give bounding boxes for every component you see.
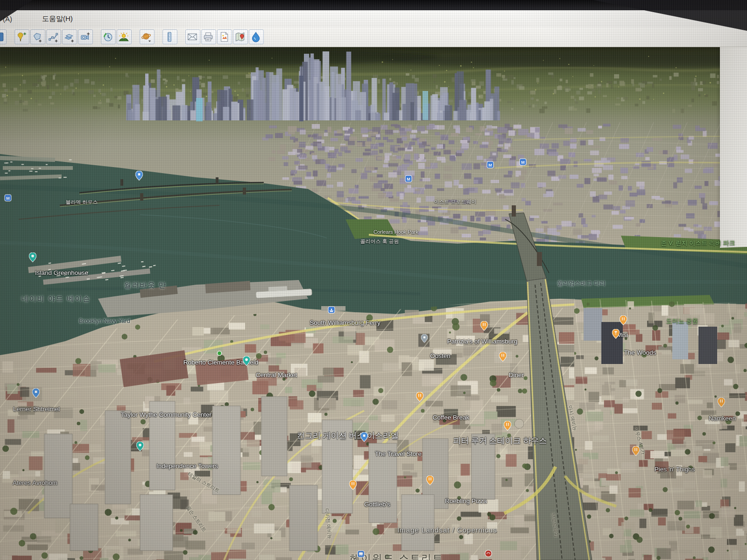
place-pin-icon[interactable] — [421, 334, 428, 345]
restaurant-pin-icon[interactable] — [620, 315, 627, 327]
attraction-pin-icon[interactable] — [136, 441, 144, 453]
svg-text:M: M — [407, 177, 410, 182]
map-label[interactable]: Central Market — [256, 371, 297, 378]
transit-station-icon[interactable] — [485, 550, 493, 560]
map-label[interactable]: 윌리엄스버그 다리 — [557, 280, 605, 287]
imagery-attribution: Image Landsat / Copernicus — [397, 526, 497, 534]
attraction-pin-icon[interactable] — [29, 252, 37, 264]
map-label[interactable]: Brooklyn Navy Yard — [79, 318, 130, 324]
subway-station-icon[interactable]: M — [4, 194, 12, 203]
map-label[interactable]: Ateres Avrohom — [13, 479, 57, 486]
add-placemark-button[interactable] — [14, 29, 29, 44]
map-label[interactable]: Gottlieb's — [364, 501, 390, 508]
restaurant-pin-icon[interactable] — [426, 476, 434, 487]
map-label[interactable]: Lerner Shtreimel — [13, 406, 60, 413]
map-label[interactable]: 이스트 브로드웨이 — [434, 198, 476, 205]
print-icon — [203, 31, 214, 42]
shop-pin-icon[interactable] — [32, 388, 40, 400]
svg-text:M: M — [6, 196, 10, 201]
add-polygon-button[interactable] — [30, 29, 45, 44]
restaurant-pin-icon[interactable] — [718, 398, 726, 409]
map-label[interactable]: Namkeen — [709, 415, 736, 422]
subway-station-icon[interactable]: M — [486, 161, 494, 170]
svg-text:M: M — [488, 163, 492, 168]
map-label[interactable]: Patrizia's of Williamsburg — [447, 338, 517, 345]
restaurant-pin-icon[interactable] — [480, 321, 488, 333]
satellite-imagery — [0, 47, 747, 560]
map-label[interactable]: Taylor Wythe Community Center — [121, 411, 211, 418]
svg-text:M: M — [521, 160, 525, 165]
add-placemark-icon — [16, 31, 27, 42]
record-tour-button[interactable] — [78, 29, 93, 44]
subway-station-icon[interactable]: M — [519, 158, 527, 168]
map-label[interactable]: Independence Towers — [156, 462, 218, 469]
map-label[interactable]: 존 V. 린지 이스트 리버 파크 — [661, 239, 735, 247]
app-side-area — [720, 28, 747, 248]
save-image-icon — [218, 31, 230, 42]
map-label[interactable]: 콜리어스 훅 공원 — [360, 238, 399, 245]
view-in-google-maps-icon — [234, 31, 246, 42]
map-label[interactable]: The Travel Store — [375, 450, 422, 457]
record-tour-icon — [79, 31, 91, 42]
add-image-overlay-button[interactable] — [62, 29, 77, 44]
view-in-google-maps-button[interactable] — [233, 29, 248, 44]
add-path-icon — [48, 31, 59, 42]
map-label[interactable]: Pies 'n' Thighs — [655, 466, 695, 473]
map-label[interactable]: Oosten — [430, 352, 451, 359]
restaurant-pin-icon[interactable] — [416, 392, 424, 404]
add-polygon-icon — [32, 31, 43, 42]
historical-imagery-button[interactable] — [101, 29, 116, 44]
menu-bar: (A) 도움말(H) — [0, 10, 747, 27]
earth-3d-viewport[interactable] — [0, 47, 747, 560]
sidebar-toggle-button[interactable] — [0, 29, 7, 44]
map-label[interactable]: Island Greenhouse — [35, 269, 88, 276]
add-path-button[interactable] — [46, 29, 61, 44]
map-label[interactable]: Diner — [509, 371, 524, 378]
map-label[interactable]: Coffee Break — [433, 414, 470, 421]
ruler-icon — [164, 31, 175, 42]
email-button[interactable] — [185, 29, 200, 44]
save-image-button[interactable] — [217, 29, 232, 44]
toolbar — [0, 27, 747, 47]
map-label[interactable]: 피터 루거 스테이크 하우스 — [453, 435, 547, 446]
sunlight-button[interactable] — [117, 29, 132, 44]
map-label[interactable]: South Williamsburg Ferry — [310, 319, 381, 326]
email-icon — [187, 31, 198, 42]
planets-icon — [141, 31, 152, 42]
sidebar-toggle-icon — [0, 31, 4, 42]
restaurant-pin-icon[interactable] — [349, 480, 357, 492]
subway-station-icon[interactable]: M — [405, 175, 412, 184]
bus-stop-icon[interactable] — [357, 550, 365, 560]
historical-imagery-icon — [102, 31, 113, 42]
restaurant-pin-icon[interactable] — [499, 352, 507, 364]
add-image-overlay-icon — [63, 31, 75, 42]
attraction-pin-icon[interactable] — [243, 356, 251, 368]
shop-pin-icon[interactable] — [135, 171, 143, 182]
water-drop-button[interactable] — [249, 29, 264, 44]
water-drop-icon — [250, 31, 261, 42]
planets-button[interactable] — [140, 29, 155, 44]
map-label[interactable]: Corlears Hook Park — [374, 229, 418, 235]
ruler-button[interactable] — [162, 29, 177, 44]
map-label[interactable]: 월러바웃 만 — [124, 281, 166, 290]
menu-item-help[interactable]: 도움말(H) — [39, 14, 76, 24]
restaurant-pin-icon[interactable] — [504, 421, 512, 433]
map-label[interactable]: 컨그리 게이션 버스 이스라엘 — [297, 430, 399, 441]
ferry-terminal-icon[interactable] — [328, 306, 335, 315]
google-earth-window: (A) 도움말(H) — [0, 0, 747, 560]
map-label[interactable]: The Woods — [624, 349, 656, 356]
restaurant-pin-icon[interactable] — [632, 446, 640, 458]
poi-dot-icon[interactable] — [217, 350, 222, 358]
bar-pin-icon[interactable] — [612, 329, 620, 341]
map-label[interactable]: 블라덱 하우스 — [65, 199, 98, 206]
sunlight-icon — [118, 31, 129, 42]
shop-pin-icon[interactable] — [360, 432, 368, 444]
map-label[interactable]: 도미노 공원 — [666, 317, 698, 325]
print-button[interactable] — [201, 29, 216, 44]
map-label[interactable]: 네이비 야드 베이슨 — [21, 294, 91, 303]
map-label[interactable]: Roebling Pizza — [445, 497, 487, 504]
